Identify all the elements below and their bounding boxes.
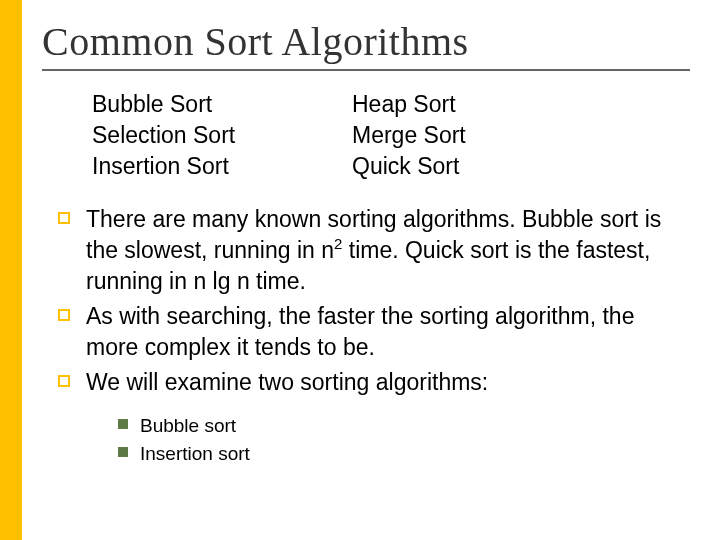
algo-item: Merge Sort: [352, 120, 612, 151]
bullet-text: We will examine two sorting algorithms:: [86, 367, 690, 398]
algo-item: Selection Sort: [92, 120, 352, 151]
algo-item: Quick Sort: [352, 151, 612, 182]
subbullet-text: Insertion sort: [140, 440, 250, 468]
filled-square-icon: [118, 419, 128, 429]
bullet-text: As with searching, the faster the sortin…: [86, 301, 690, 363]
algo-item: Insertion Sort: [92, 151, 352, 182]
sub-bullets: Bubble sort Insertion sort: [118, 412, 690, 467]
square-bullet-icon: [58, 375, 70, 387]
bullet-item: As with searching, the faster the sortin…: [42, 301, 690, 363]
algorithm-columns: Bubble Sort Selection Sort Insertion Sor…: [92, 89, 690, 182]
title-rule: [42, 69, 690, 71]
accent-bar: [0, 0, 22, 540]
main-bullets: There are many known sorting algorithms.…: [42, 204, 690, 398]
subbullet-item: Insertion sort: [118, 440, 690, 468]
bullet-item: We will examine two sorting algorithms:: [42, 367, 690, 398]
bullet-text: There are many known sorting algorithms.…: [86, 204, 690, 297]
subbullet-item: Bubble sort: [118, 412, 690, 440]
subbullet-text: Bubble sort: [140, 412, 236, 440]
algo-item: Bubble Sort: [92, 89, 352, 120]
square-bullet-icon: [58, 309, 70, 321]
slide-title: Common Sort Algorithms: [42, 18, 690, 65]
square-bullet-icon: [58, 212, 70, 224]
algo-item: Heap Sort: [352, 89, 612, 120]
slide-body: Common Sort Algorithms Bubble Sort Selec…: [22, 0, 720, 540]
bullet-item: There are many known sorting algorithms.…: [42, 204, 690, 297]
column-right: Heap Sort Merge Sort Quick Sort: [352, 89, 612, 182]
filled-square-icon: [118, 447, 128, 457]
column-left: Bubble Sort Selection Sort Insertion Sor…: [92, 89, 352, 182]
